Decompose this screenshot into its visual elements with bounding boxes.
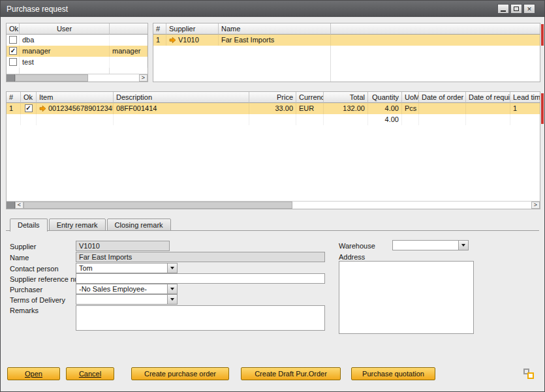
title-bar[interactable]: Purchase request — [1, 1, 544, 17]
user-ok-checkbox[interactable]: ✓ — [9, 47, 17, 55]
scroll-left-button[interactable]: < — [15, 202, 23, 209]
summary-quantity: 4.00 — [368, 114, 402, 125]
supplier-code: V1010 — [178, 36, 199, 44]
resize-grip-icon[interactable] — [523, 369, 534, 379]
user-extra-cell — [110, 35, 148, 46]
dropdown-button[interactable] — [167, 264, 177, 273]
supplier-name-cell: Far East Imports — [219, 35, 331, 46]
item-currency-cell: EUR — [296, 103, 324, 114]
user-name-cell: test — [20, 57, 110, 68]
items-header-row: # Ok Item Description Price Currenc Tota… — [7, 92, 540, 103]
scrollbar-corner — [7, 202, 15, 209]
link-arrow-icon[interactable] — [169, 37, 176, 44]
item-lead-time-cell: 1 — [510, 103, 540, 114]
maximize-button[interactable] — [510, 4, 522, 14]
supplier-name-field[interactable]: Far East Imports — [76, 252, 325, 262]
minimize-button[interactable] — [497, 4, 509, 14]
suppliers-col-num[interactable]: # — [153, 23, 166, 35]
scroll-left-button[interactable] — [7, 74, 15, 82]
chevron-down-icon — [461, 244, 465, 247]
address-field[interactable] — [339, 261, 474, 334]
users-panel: Ok User dba ✓ manager manager test > — [6, 23, 148, 82]
warehouse-dropdown[interactable] — [392, 240, 469, 250]
create-draft-purchase-order-button[interactable]: Create Draft Pur.Order — [241, 367, 341, 380]
user-row[interactable]: test — [7, 57, 148, 68]
suppliers-col-name[interactable]: Name — [219, 23, 331, 35]
create-purchase-order-button[interactable]: Create purchase order — [131, 367, 229, 380]
users-col-ok[interactable]: Ok — [7, 23, 20, 35]
user-ok-checkbox[interactable] — [9, 58, 17, 66]
cancel-button[interactable]: Cancel — [66, 367, 114, 380]
terms-of-delivery-dropdown[interactable] — [76, 294, 178, 305]
suppliers-col-supplier[interactable]: Supplier — [166, 23, 219, 35]
link-arrow-icon[interactable] — [39, 105, 46, 112]
purchaser-dropdown[interactable]: -No Sales Employee- — [76, 284, 178, 294]
item-row[interactable]: 1 ✓ 001234567890123456 08FF001414 33.00 … — [7, 103, 540, 114]
item-row-num: 1 — [7, 103, 21, 114]
open-button[interactable]: Open — [7, 367, 60, 380]
item-quantity-cell: 4.00 — [368, 103, 402, 114]
warehouse-label: Warehouse — [339, 242, 375, 250]
item-date-of-order-cell — [419, 103, 466, 114]
items-col-num[interactable]: # — [7, 92, 21, 103]
items-horizontal-scrollbar[interactable]: < > — [7, 201, 540, 209]
scrollbar-thumb[interactable] — [15, 74, 88, 82]
scroll-right-button[interactable]: > — [531, 202, 540, 209]
items-summary-row: 4.00 — [7, 114, 540, 125]
user-row[interactable]: dba — [7, 35, 148, 46]
chevron-down-icon — [170, 298, 174, 301]
users-col-blank[interactable] — [110, 23, 148, 35]
purchase-quotation-button[interactable]: Purchase quotation — [351, 367, 435, 380]
item-date-of-required-cell — [466, 103, 510, 114]
warehouse-value — [393, 241, 458, 250]
user-extra-cell — [110, 57, 148, 68]
user-extra-cell: manager — [110, 46, 148, 57]
item-code: 001234567890123456 — [48, 104, 114, 112]
user-row[interactable]: ✓ manager manager — [7, 46, 148, 57]
items-col-lead-time[interactable]: Lead time — [510, 92, 540, 103]
suppliers-header-row: # Supplier Name — [153, 23, 540, 35]
item-price-cell: 33.00 — [249, 103, 296, 114]
user-ok-checkbox[interactable] — [9, 36, 17, 44]
tab-details[interactable]: Details — [10, 219, 48, 232]
scrollbar-track[interactable] — [292, 202, 531, 209]
scroll-right-button[interactable]: > — [139, 74, 148, 82]
suppliers-panel: # Supplier Name 1 V1010 Far East Imports — [153, 23, 540, 82]
items-col-currency[interactable]: Currenc — [296, 92, 324, 103]
items-col-date-of-required[interactable]: Date of requir — [466, 92, 510, 103]
tab-closing-remark[interactable]: Closing remark — [107, 219, 171, 231]
suppliers-col-blank[interactable] — [331, 23, 540, 35]
items-col-uom[interactable]: UoM — [402, 92, 419, 103]
scrollbar-thumb[interactable] — [23, 202, 292, 209]
items-col-item[interactable]: Item — [37, 92, 114, 103]
item-uom-cell: Pcs — [402, 103, 419, 114]
scrollbar-track[interactable] — [88, 74, 139, 82]
contact-person-value: Tom — [76, 264, 167, 273]
items-col-quantity[interactable]: Quantity — [368, 92, 402, 103]
dropdown-button[interactable] — [458, 241, 468, 250]
item-description-cell: 08FF001414 — [114, 103, 249, 114]
items-col-date-of-order[interactable]: Date of order — [419, 92, 466, 103]
items-col-price[interactable]: Price — [249, 92, 296, 103]
close-button[interactable]: ✕ — [523, 4, 535, 14]
supplier-row[interactable]: 1 V1010 Far East Imports — [153, 35, 540, 46]
dropdown-button[interactable] — [167, 295, 177, 304]
supplier-reference-input[interactable] — [76, 273, 325, 284]
items-col-ok[interactable]: Ok — [21, 92, 37, 103]
users-horizontal-scrollbar[interactable]: > — [7, 74, 148, 82]
tab-entry-remark[interactable]: Entry remark — [49, 219, 106, 231]
items-col-total[interactable]: Total — [324, 92, 368, 103]
items-col-description[interactable]: Description — [114, 92, 249, 103]
supplier-label: Supplier — [10, 243, 36, 250]
row-indicator-red — [541, 93, 544, 124]
dropdown-button[interactable] — [167, 284, 177, 294]
close-icon: ✕ — [527, 6, 532, 12]
users-col-user[interactable]: User — [20, 23, 110, 35]
supplier-field[interactable]: V1010 — [76, 241, 170, 251]
address-label: Address — [339, 253, 365, 261]
contact-person-dropdown[interactable]: Tom — [76, 263, 178, 273]
remarks-field[interactable] — [76, 305, 325, 331]
item-ok-checkbox[interactable]: ✓ — [25, 104, 33, 112]
terms-of-delivery-value — [76, 295, 167, 304]
row-indicator-red — [541, 24, 544, 46]
